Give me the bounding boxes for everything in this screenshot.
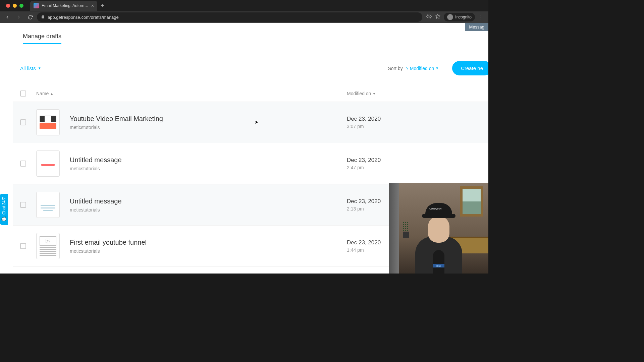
- svg-marker-1: [436, 14, 440, 18]
- sort-asc-icon: ▲: [50, 92, 53, 96]
- draft-list: meticstutorials: [70, 125, 347, 130]
- bookmark-star-icon[interactable]: [435, 14, 440, 20]
- back-button[interactable]: [3, 12, 12, 22]
- sort-section: Sort by ↘ Modified on ▼: [388, 66, 439, 71]
- column-modified-header[interactable]: Modified on ▼: [347, 91, 481, 96]
- url-field[interactable]: app.getresponse.com/drafts/manage: [37, 12, 422, 22]
- row-checkbox[interactable]: [20, 161, 26, 167]
- draft-list: meticstutorials: [70, 248, 347, 254]
- incognito-badge[interactable]: Incognito: [444, 13, 475, 21]
- favicon-icon: [34, 3, 39, 8]
- row-checkbox[interactable]: [20, 243, 26, 249]
- draft-thumbnail: [36, 192, 60, 218]
- column-name-header[interactable]: Name ▲: [36, 91, 347, 96]
- table-header: Name ▲ Modified on ▼: [13, 85, 488, 102]
- name-cell: First email youtube funnel meticstutoria…: [70, 239, 347, 254]
- name-cell: Youtube Video Email Marketing meticstuto…: [70, 115, 347, 130]
- svg-point-3: [47, 240, 48, 241]
- name-cell: Untitled message meticstutorials: [70, 156, 347, 171]
- forward-button[interactable]: [14, 12, 23, 22]
- sort-direction-icon: ↘: [406, 66, 409, 70]
- webcam-overlay: Champion Blue: [389, 183, 488, 274]
- create-new-button[interactable]: Create ne: [452, 61, 488, 75]
- incognito-icon: [447, 14, 453, 20]
- sort-by-label: Sort by: [388, 66, 402, 71]
- row-checkbox[interactable]: [20, 202, 26, 208]
- draft-thumbnail: [36, 233, 60, 259]
- select-all-checkbox[interactable]: [20, 90, 26, 97]
- draft-list: meticstutorials: [70, 166, 347, 171]
- draft-name: Untitled message: [70, 197, 347, 205]
- table-row[interactable]: Untitled message meticstutorials Dec 23,…: [13, 143, 488, 184]
- browser-menu-icon[interactable]: ⋮: [478, 14, 484, 20]
- row-checkbox[interactable]: [20, 119, 26, 125]
- tab-bar: Email Marketing, Autorespond × +: [0, 0, 488, 11]
- sort-by-dropdown[interactable]: ↘ Modified on ▼: [406, 66, 439, 71]
- name-cell: Untitled message meticstutorials: [70, 197, 347, 213]
- window-minimize-icon[interactable]: [13, 4, 17, 8]
- draft-list: meticstutorials: [70, 207, 347, 213]
- tab-title: Email Marketing, Autorespond: [42, 3, 89, 8]
- date-cell: Dec 23, 2020 2:47 pm: [347, 157, 481, 170]
- incognito-label: Incognito: [455, 15, 472, 19]
- draft-time: 3:07 pm: [347, 124, 481, 129]
- chat-icon: 💬: [2, 217, 6, 222]
- page-tab-manage-drafts[interactable]: Manage drafts: [13, 23, 61, 48]
- image-placeholder-icon: [40, 236, 56, 246]
- draft-name: Untitled message: [70, 156, 347, 164]
- tracking-icon[interactable]: [426, 14, 432, 20]
- new-tab-button[interactable]: +: [97, 2, 108, 9]
- draft-thumbnail: [36, 109, 60, 135]
- draft-date: Dec 23, 2020: [347, 157, 481, 164]
- toolbar-right: Incognito ⋮: [424, 13, 486, 21]
- draft-name: Youtube Video Email Marketing: [70, 115, 347, 123]
- lock-icon: [41, 14, 45, 20]
- draft-name: First email youtube funnel: [70, 239, 347, 246]
- chat-widget[interactable]: 💬 Chat 24/7: [0, 194, 8, 225]
- all-lists-dropdown[interactable]: All lists ▼: [20, 65, 41, 71]
- window-controls: [3, 4, 27, 8]
- window-close-icon[interactable]: [6, 4, 10, 8]
- browser-chrome: Email Marketing, Autorespond × + app.get…: [0, 0, 488, 23]
- chevron-down-icon: ▼: [435, 66, 439, 70]
- table-row[interactable]: Youtube Video Email Marketing meticstuto…: [13, 102, 488, 143]
- window-maximize-icon[interactable]: [19, 4, 23, 8]
- draft-thumbnail: [36, 150, 60, 177]
- draft-date: Dec 23, 2020: [347, 116, 481, 122]
- chevron-down-icon: ▼: [38, 66, 41, 70]
- sort-desc-icon: ▼: [372, 92, 376, 96]
- notification-banner[interactable]: Messag: [465, 23, 488, 31]
- draft-time: 2:47 pm: [347, 165, 481, 170]
- filter-row: All lists ▼ Sort by ↘ Modified on ▼ Crea…: [13, 48, 488, 85]
- date-cell: Dec 23, 2020 3:07 pm: [347, 116, 481, 129]
- page-viewport: Messag Manage drafts All lists ▼ Sort by…: [0, 23, 488, 274]
- url-text: app.getresponse.com/drafts/manage: [48, 15, 119, 20]
- browser-tab[interactable]: Email Marketing, Autorespond ×: [30, 1, 97, 11]
- address-bar: app.getresponse.com/drafts/manage Incogn…: [0, 11, 488, 23]
- reload-button[interactable]: [25, 12, 35, 22]
- close-tab-icon[interactable]: ×: [91, 3, 94, 8]
